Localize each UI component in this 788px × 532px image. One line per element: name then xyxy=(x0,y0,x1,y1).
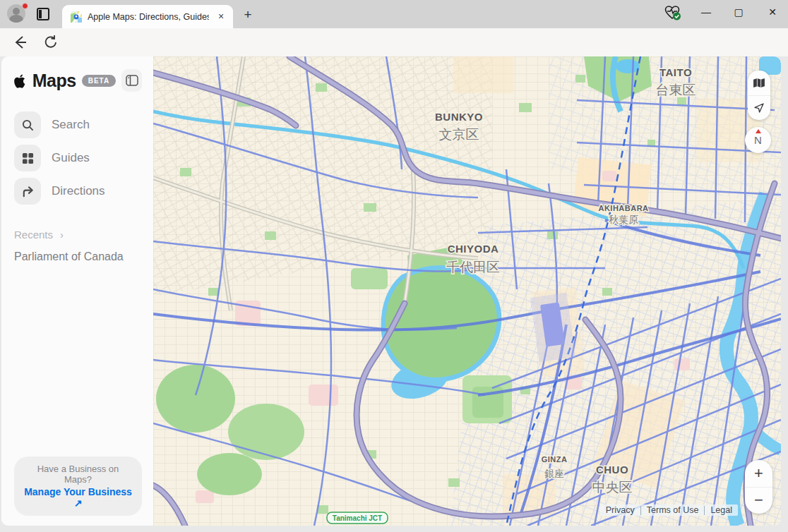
compass-control[interactable]: N xyxy=(745,127,771,153)
map-mode-control xyxy=(748,71,770,120)
map-label-ginza-en: GINZA xyxy=(542,455,568,464)
map-label-akihabara-en: AKIHABARA xyxy=(598,204,648,212)
recent-item-parliament-of-canada[interactable]: Parliament of Canada xyxy=(14,250,142,263)
sidebar-item-search[interactable]: Search xyxy=(14,111,142,138)
new-tab-button[interactable]: + xyxy=(240,7,256,23)
browser-tab[interactable]: Apple Maps: Directions, Guides & × xyxy=(62,5,233,28)
sidebar-item-label: Search xyxy=(52,118,90,132)
recents-header[interactable]: Recents › xyxy=(14,229,142,241)
privacy-link[interactable]: Privacy xyxy=(600,504,640,516)
chevron-right-icon: › xyxy=(60,229,64,241)
zoom-out-button[interactable]: − xyxy=(745,487,772,514)
sidebar-item-label: Guides xyxy=(52,151,90,165)
map-label-chiyoda-ja: 千代田区 xyxy=(446,259,500,274)
recents-title: Recents xyxy=(14,229,53,241)
map-label-taito-ja: 台東区 xyxy=(656,82,696,97)
maximize-button[interactable]: ▢ xyxy=(724,0,753,25)
beta-badge: BETA xyxy=(82,75,116,87)
location-arrow-icon xyxy=(753,102,765,114)
legal-link[interactable]: Legal xyxy=(705,504,738,516)
terms-link[interactable]: Terms of Use xyxy=(641,504,705,516)
back-button[interactable] xyxy=(11,34,30,52)
sidebar: Maps BETA Search Guides xyxy=(1,56,153,526)
zoom-control: + − xyxy=(745,460,772,514)
apple-maps-favicon xyxy=(71,11,82,23)
map-label-taito-en: TAITO xyxy=(659,66,692,78)
map-label-ginza-ja: 銀座 xyxy=(544,468,564,479)
sidebar-item-label: Directions xyxy=(52,184,105,198)
map-label-chuo-en: CHUO xyxy=(596,464,628,476)
refresh-button[interactable] xyxy=(42,34,61,52)
workspaces-icon[interactable] xyxy=(37,8,49,20)
map-canvas[interactable]: BUNKYO 文京区 TAITO 台東区 AKIHABARA 秋葉原 CHIYO… xyxy=(153,56,781,526)
tab-close-icon[interactable]: × xyxy=(215,11,227,23)
sidebar-toggle-button[interactable] xyxy=(121,69,142,92)
tab-title: Apple Maps: Directions, Guides & xyxy=(88,12,209,22)
sidebar-item-guides[interactable]: Guides xyxy=(14,145,142,171)
business-promo-text: Have a Business on Maps? xyxy=(24,464,132,485)
search-icon xyxy=(14,111,41,138)
map-label-bunkyo-en: BUNKYO xyxy=(435,111,483,123)
compass-north-needle xyxy=(756,129,761,133)
browser-essentials-icon[interactable] xyxy=(664,4,683,21)
map-style-button[interactable] xyxy=(748,71,770,95)
guides-grid-icon xyxy=(14,145,41,171)
map-icon xyxy=(753,78,765,88)
external-link-arrow-icon: ↗ xyxy=(74,497,83,509)
browser-titlebar: Apple Maps: Directions, Guides & × + — ▢… xyxy=(0,0,788,28)
map-tiles: BUNKYO 文京区 TAITO 台東区 AKIHABARA 秋葉原 CHIYO… xyxy=(153,56,781,526)
legal-links: Privacy Terms of Use Legal xyxy=(600,504,738,516)
map-label-chuo-ja: 中央区 xyxy=(592,479,633,495)
minimize-button[interactable]: — xyxy=(692,0,720,25)
notification-dot xyxy=(22,3,28,9)
zoom-in-button[interactable]: + xyxy=(745,460,772,487)
compass-north-label: N xyxy=(754,134,762,146)
close-button[interactable]: ✕ xyxy=(758,0,787,25)
manage-business-link[interactable]: Manage Your Business ↗ xyxy=(24,486,132,509)
junction-label: Tanimachi JCT xyxy=(333,514,382,522)
app-title: Maps xyxy=(32,71,76,91)
map-label-akihabara-ja: 秋葉原 xyxy=(609,214,638,225)
map-label-chiyoda-en: CHIYODA xyxy=(448,243,499,255)
apple-maps-app: Maps BETA Search Guides xyxy=(1,56,781,526)
business-promo-card: Have a Business on Maps? Manage Your Bus… xyxy=(14,457,142,516)
map-label-bunkyo-ja: 文京区 xyxy=(439,126,479,142)
apple-logo-icon xyxy=(14,72,27,90)
directions-arrow-icon xyxy=(14,178,41,205)
sidebar-item-directions[interactable]: Directions xyxy=(14,178,142,205)
profile-button[interactable] xyxy=(7,4,27,24)
browser-toolbar: https://beta.maps.apple.com/ xyxy=(0,28,788,56)
locate-me-button[interactable] xyxy=(748,95,770,121)
